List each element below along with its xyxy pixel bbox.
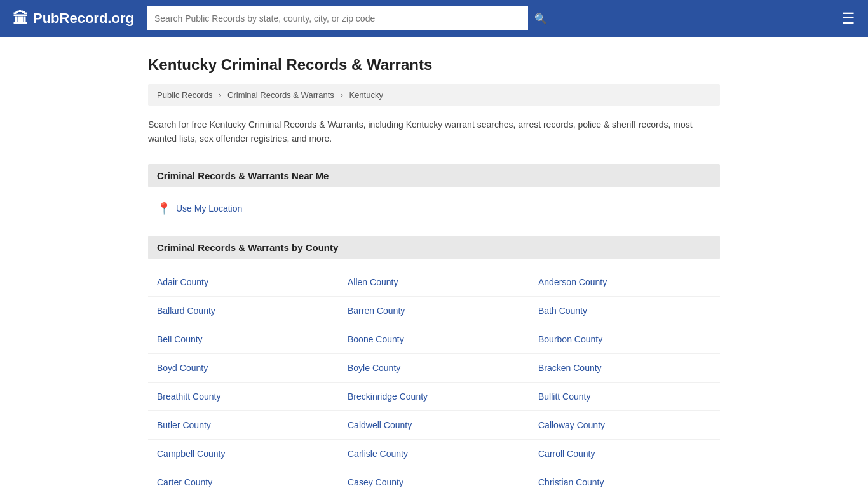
list-item: Anderson County — [529, 268, 720, 297]
county-link[interactable]: Boone County — [348, 334, 404, 344]
use-my-location-link[interactable]: Use My Location — [176, 203, 242, 214]
menu-icon: ☰ — [841, 10, 855, 27]
breadcrumb-separator-1: › — [219, 90, 221, 100]
list-item: Bath County — [529, 297, 720, 325]
site-logo[interactable]: 🏛 PubRecord.org — [13, 10, 134, 27]
county-link[interactable]: Allen County — [348, 277, 398, 287]
list-item: Ballard County — [148, 297, 339, 325]
list-item: Campbell County — [148, 440, 339, 468]
breadcrumb-separator-2: › — [341, 90, 343, 100]
county-link[interactable]: Bourbon County — [538, 334, 602, 344]
county-link[interactable]: Christian County — [538, 477, 604, 487]
list-item: Boyd County — [148, 354, 339, 383]
county-link[interactable]: Carter County — [157, 477, 212, 487]
county-grid: Adair CountyAllen CountyAnderson CountyB… — [148, 268, 720, 488]
county-link[interactable]: Bullitt County — [538, 391, 590, 402]
county-link[interactable]: Anderson County — [538, 277, 607, 287]
county-link[interactable]: Butler County — [157, 420, 211, 430]
list-item: Carter County — [148, 468, 339, 488]
county-link[interactable]: Ballard County — [157, 306, 215, 316]
county-link[interactable]: Breathitt County — [157, 391, 220, 402]
breadcrumb-link-public-records[interactable]: Public Records — [157, 90, 212, 100]
list-item: Boyle County — [339, 354, 529, 383]
location-icon: 📍 — [157, 201, 171, 215]
county-link[interactable]: Carroll County — [538, 449, 595, 459]
list-item: Bell County — [148, 325, 339, 354]
county-link[interactable]: Barren County — [348, 306, 405, 316]
list-item: Barren County — [339, 297, 529, 325]
county-link[interactable]: Campbell County — [157, 449, 225, 459]
list-item: Breckinridge County — [339, 383, 529, 411]
county-link[interactable]: Bracken County — [538, 363, 602, 373]
county-link[interactable]: Casey County — [348, 477, 403, 487]
county-link[interactable]: Boyle County — [348, 363, 400, 373]
main-content: Kentucky Criminal Records & Warrants Pub… — [135, 56, 733, 488]
county-link[interactable]: Caldwell County — [348, 420, 412, 430]
breadcrumb-link-criminal-records[interactable]: Criminal Records & Warrants — [227, 90, 334, 100]
county-link[interactable]: Breckinridge County — [348, 391, 428, 402]
county-link[interactable]: Boyd County — [157, 363, 208, 373]
county-link[interactable]: Adair County — [157, 277, 208, 287]
county-link[interactable]: Bath County — [538, 306, 587, 316]
county-link[interactable]: Bell County — [157, 334, 203, 344]
list-item: Carroll County — [529, 440, 720, 468]
list-item: Bullitt County — [529, 383, 720, 411]
list-item: Caldwell County — [339, 411, 529, 440]
near-me-section-header: Criminal Records & Warrants Near Me — [148, 164, 720, 187]
search-button[interactable]: 🔍 — [528, 6, 553, 30]
logo-icon: 🏛 — [13, 10, 28, 27]
list-item: Adair County — [148, 268, 339, 297]
list-item: Bourbon County — [529, 325, 720, 354]
site-header: 🏛 PubRecord.org 🔍 ☰ — [0, 0, 868, 37]
county-link[interactable]: Calloway County — [538, 420, 605, 430]
list-item: Calloway County — [529, 411, 720, 440]
breadcrumb: Public Records › Criminal Records & Warr… — [148, 84, 720, 106]
search-area: 🔍 — [147, 6, 553, 30]
list-item: Bracken County — [529, 354, 720, 383]
menu-button[interactable]: ☰ — [841, 10, 855, 27]
search-icon: 🔍 — [534, 13, 547, 25]
location-row: 📍 Use My Location — [148, 196, 720, 220]
list-item: Carlisle County — [339, 440, 529, 468]
by-county-section-header: Criminal Records & Warrants by County — [148, 236, 720, 259]
page-title: Kentucky Criminal Records & Warrants — [148, 56, 720, 74]
list-item: Boone County — [339, 325, 529, 354]
search-input[interactable] — [147, 6, 528, 30]
logo-text: PubRecord.org — [33, 10, 134, 27]
list-item: Butler County — [148, 411, 339, 440]
list-item: Christian County — [529, 468, 720, 488]
list-item: Casey County — [339, 468, 529, 488]
page-description: Search for free Kentucky Criminal Record… — [148, 118, 720, 146]
breadcrumb-current: Kentucky — [349, 90, 383, 100]
list-item: Allen County — [339, 268, 529, 297]
county-link[interactable]: Carlisle County — [348, 449, 408, 459]
list-item: Breathitt County — [148, 383, 339, 411]
